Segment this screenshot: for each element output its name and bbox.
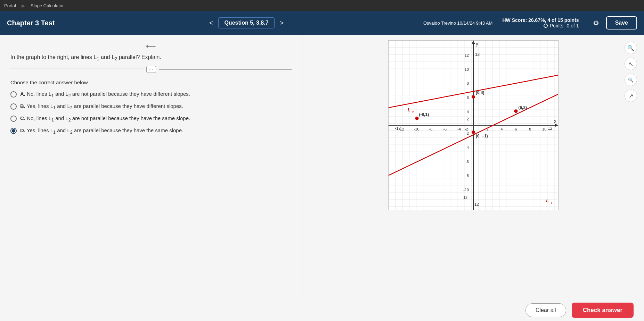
choose-answer-label: Choose the correct answer below. bbox=[10, 79, 292, 85]
svg-text:-6: -6 bbox=[443, 127, 447, 131]
radio-d[interactable] bbox=[10, 128, 17, 134]
radio-a[interactable] bbox=[10, 91, 17, 98]
svg-text:L: L bbox=[407, 107, 410, 112]
option-d[interactable]: D. Yes, lines L1 and L2 are parallel bec… bbox=[10, 127, 292, 135]
svg-text:(6,2): (6,2) bbox=[518, 105, 527, 110]
svg-text:y: y bbox=[475, 41, 478, 47]
app-container: Chapter 3 Test < Question 5, 3.8.7 > Osv… bbox=[0, 11, 644, 321]
next-question-button[interactable]: > bbox=[277, 18, 287, 28]
svg-text:-10: -10 bbox=[414, 127, 419, 131]
more-button[interactable]: ··· bbox=[146, 66, 156, 73]
svg-text:-2: -2 bbox=[465, 131, 469, 135]
option-d-text: D. Yes, lines L1 and L2 are parallel bec… bbox=[20, 127, 183, 135]
svg-text:-10: -10 bbox=[463, 188, 469, 192]
tab-slope-calculator[interactable]: Slope Calculator bbox=[31, 3, 64, 8]
option-a-text: A. No, lines L1 and L2 are not parallel … bbox=[20, 91, 190, 98]
svg-text:-6: -6 bbox=[465, 160, 469, 164]
points-circle-icon bbox=[544, 24, 548, 28]
header: Chapter 3 Test < Question 5, 3.8.7 > Osv… bbox=[0, 11, 644, 35]
svg-text:x: x bbox=[554, 118, 556, 124]
svg-text:(0,4): (0,4) bbox=[475, 90, 484, 95]
svg-text:-2: -2 bbox=[465, 127, 468, 131]
main-content: ⟵ In the graph to the right, are lines L… bbox=[0, 35, 644, 299]
svg-text:12: 12 bbox=[464, 53, 468, 57]
answer-options: A. No, lines L1 and L2 are not parallel … bbox=[10, 91, 292, 135]
svg-text:2: 2 bbox=[466, 117, 468, 121]
svg-text:-4: -4 bbox=[465, 145, 469, 150]
tab-portal[interactable]: Portal bbox=[4, 3, 16, 8]
svg-text:8: 8 bbox=[529, 127, 531, 131]
option-b[interactable]: B. Yes, lines L1 and L2 are parallel bec… bbox=[10, 103, 292, 110]
svg-text:-4: -4 bbox=[457, 127, 461, 131]
score-section: HW Score: 26.67%, 4 of 15 points Points:… bbox=[502, 17, 579, 28]
user-info: Osvaldo Trevino 10/14/24 9:43 AM bbox=[423, 20, 492, 26]
zoom-out-button[interactable]: 🔍 bbox=[625, 74, 637, 86]
svg-text:-8: -8 bbox=[429, 127, 432, 131]
svg-text:-8: -8 bbox=[465, 174, 469, 178]
radio-c[interactable] bbox=[10, 116, 17, 122]
svg-text:-12: -12 bbox=[473, 202, 479, 207]
svg-text:(0, −1): (0, −1) bbox=[475, 134, 488, 138]
option-a[interactable]: A. No, lines L1 and L2 are not parallel … bbox=[10, 91, 292, 98]
svg-text:4: 4 bbox=[500, 127, 503, 131]
question-nav: < Question 5, 3.8.7 > bbox=[75, 17, 418, 28]
svg-text:(-8,1): (-8,1) bbox=[419, 112, 429, 117]
svg-text:L: L bbox=[546, 198, 549, 203]
svg-text:6: 6 bbox=[515, 127, 517, 131]
chapter-title: Chapter 3 Test bbox=[7, 19, 70, 27]
left-panel: ⟵ In the graph to the right, are lines L… bbox=[0, 35, 302, 299]
option-c-text: C. No, lines L1 and L2 are not parallel … bbox=[20, 115, 190, 123]
point-L2-2 bbox=[472, 95, 475, 99]
svg-text:6: 6 bbox=[466, 95, 468, 100]
point-L1-2 bbox=[514, 109, 517, 113]
right-panel: 🔍 ↖ 🔍 ↗ bbox=[302, 35, 644, 299]
option-b-text: B. Yes, lines L1 and L2 are parallel bec… bbox=[20, 103, 183, 110]
save-button[interactable]: Save bbox=[606, 16, 637, 29]
svg-text:2: 2 bbox=[412, 110, 414, 114]
question-text: In the graph to the right, are lines L1 … bbox=[10, 53, 292, 62]
point-L1-1 bbox=[472, 130, 475, 134]
svg-text:-12: -12 bbox=[394, 126, 401, 131]
radio-d-fill bbox=[12, 129, 15, 133]
question-divider bbox=[10, 68, 144, 68]
svg-text:8: 8 bbox=[466, 81, 468, 85]
question-label: Question 5, 3.8.7 bbox=[218, 17, 274, 28]
browser-bar: Portal ▶ Slope Calculator bbox=[0, 0, 644, 11]
option-c[interactable]: C. No, lines L1 and L2 are not parallel … bbox=[10, 115, 292, 123]
settings-button[interactable]: ⚙ bbox=[592, 17, 601, 28]
svg-text:-12: -12 bbox=[462, 195, 467, 200]
svg-text:1: 1 bbox=[551, 201, 553, 205]
external-link-button[interactable]: ↗ bbox=[625, 90, 637, 102]
svg-text:10: 10 bbox=[542, 127, 546, 131]
svg-text:4: 4 bbox=[466, 110, 468, 114]
points: Points: 0 of 1 bbox=[544, 23, 579, 28]
bottom-bar: Clear all Check answer bbox=[0, 299, 644, 321]
coordinate-graph: x y -12 -10 -8 -6 -4 -2 2 4 6 8 10 bbox=[388, 40, 559, 210]
tab-separator: ▶ bbox=[22, 3, 25, 8]
side-toolbar: 🔍 ↖ 🔍 ↗ bbox=[625, 42, 637, 102]
clear-all-button[interactable]: Clear all bbox=[525, 303, 566, 317]
svg-text:12: 12 bbox=[475, 52, 480, 57]
point-L2-1 bbox=[415, 117, 418, 120]
check-answer-button[interactable]: Check answer bbox=[572, 303, 634, 318]
back-button[interactable]: ⟵ bbox=[10, 42, 292, 50]
prev-question-button[interactable]: < bbox=[206, 18, 216, 28]
cursor-button[interactable]: ↖ bbox=[625, 58, 637, 70]
search-zoom-button[interactable]: 🔍 bbox=[625, 42, 637, 54]
hw-score: HW Score: 26.67%, 4 of 15 points bbox=[502, 17, 579, 23]
radio-b[interactable] bbox=[10, 103, 17, 110]
svg-text:10: 10 bbox=[464, 67, 468, 71]
svg-text:12: 12 bbox=[548, 126, 553, 131]
